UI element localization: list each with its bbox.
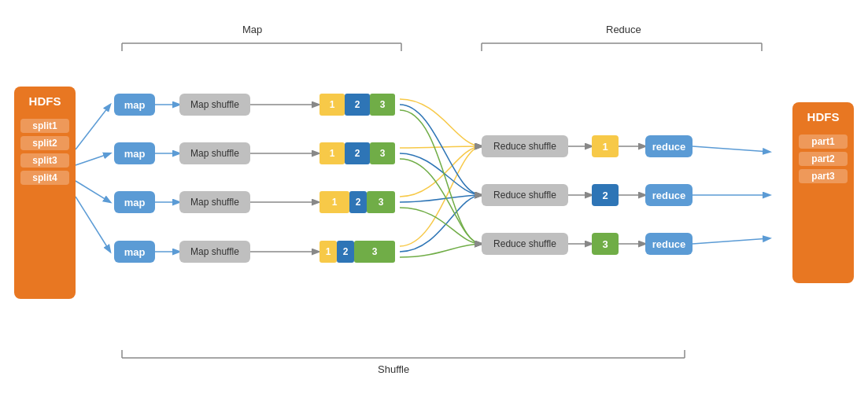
hdfs-right: HDFS part1 part2 part3 <box>792 102 854 283</box>
svg-line-10 <box>76 153 110 165</box>
reduce-box-1: reduce <box>645 135 693 157</box>
split-4: split4 <box>20 171 69 185</box>
reduce-shuffle-2: Reduce shuffle <box>482 184 568 206</box>
reduce-part-3: 3 <box>592 233 619 255</box>
part-4-3: 3 <box>354 241 395 263</box>
part-3-1: 1 <box>319 191 349 213</box>
partition-group-3: 1 2 3 <box>319 191 395 213</box>
part-2-3: 3 <box>370 142 395 164</box>
reduce-box-2: reduce <box>645 184 693 206</box>
reduce-label: Reduce <box>606 24 641 35</box>
hdfs-left-title: HDFS <box>29 94 61 108</box>
reduce-shuffle-1: Reduce shuffle <box>482 135 568 157</box>
part-3-2: 2 <box>349 191 367 213</box>
svg-line-11 <box>76 181 110 202</box>
partition-group-1: 1 2 3 <box>319 94 395 116</box>
map-shuffle-1: Map shuffle <box>179 94 250 116</box>
hdfs-left: HDFS split1 split2 split3 split4 <box>14 87 76 299</box>
reduce-shuffle-3: Reduce shuffle <box>482 233 568 255</box>
map-box-4: map <box>114 241 155 263</box>
split-3: split3 <box>20 153 69 168</box>
diagram-container: HDFS split1 split2 split3 split4 Map Red… <box>0 0 868 398</box>
map-shuffle-2: Map shuffle <box>179 142 250 164</box>
part-1-1: 1 <box>319 94 345 116</box>
part-2-2: 2 <box>345 142 370 164</box>
svg-line-12 <box>76 197 110 252</box>
reduce-part-2: 2 <box>592 184 619 206</box>
map-box-3: map <box>114 191 155 213</box>
part-4-2: 2 <box>337 241 354 263</box>
map-box-2: map <box>114 142 155 164</box>
svg-line-27 <box>693 146 770 152</box>
svg-line-9 <box>76 105 110 149</box>
part-1-3: 3 <box>370 94 395 116</box>
split-2: split2 <box>20 136 69 150</box>
output-part-3: part3 <box>799 169 848 183</box>
partition-group-2: 1 2 3 <box>319 142 395 164</box>
reduce-box-3: reduce <box>645 233 693 255</box>
map-shuffle-4: Map shuffle <box>179 241 250 263</box>
shuffle-label: Shuffle <box>378 363 409 375</box>
output-part-2: part2 <box>799 152 848 166</box>
output-part-1: part1 <box>799 135 848 149</box>
map-box-1: map <box>114 94 155 116</box>
part-2-1: 1 <box>319 142 345 164</box>
map-label: Map <box>242 24 262 35</box>
part-1-2: 2 <box>345 94 370 116</box>
reduce-part-1: 1 <box>592 135 619 157</box>
split-1: split1 <box>20 119 69 133</box>
partition-group-4: 1 2 3 <box>319 241 395 263</box>
svg-line-29 <box>693 238 770 244</box>
hdfs-right-title: HDFS <box>807 110 840 123</box>
map-shuffle-3: Map shuffle <box>179 191 250 213</box>
part-3-3: 3 <box>367 191 395 213</box>
part-4-1: 1 <box>319 241 337 263</box>
